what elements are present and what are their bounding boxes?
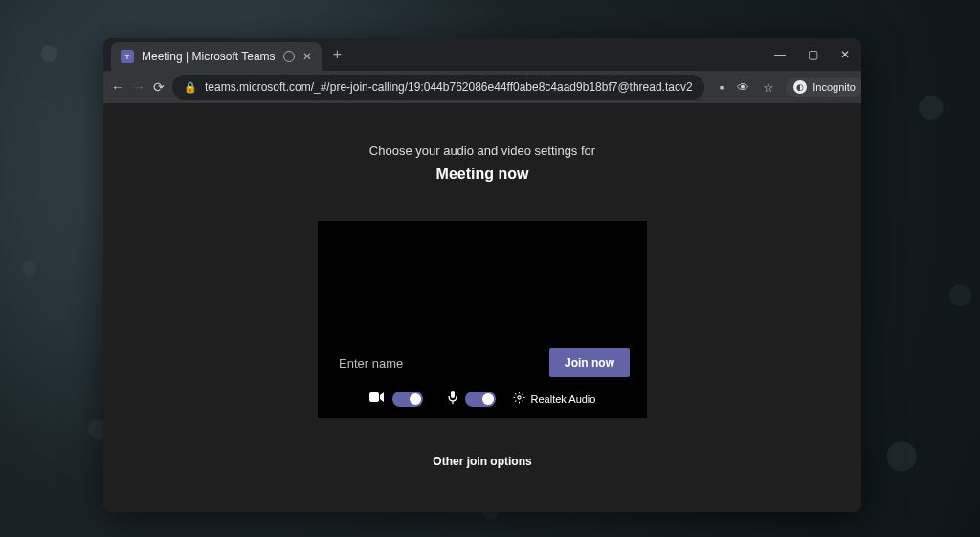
incognito-icon: ◐ [793,80,807,94]
reload-button[interactable]: ⟳ [153,79,165,95]
incognito-badge: ◐ Incognito [786,78,861,97]
tab-close-icon[interactable]: ✕ [302,50,312,63]
lock-icon: 🔒 [184,81,197,94]
other-join-options[interactable]: Other join options [433,455,531,468]
incognito-label: Incognito [813,81,856,93]
new-tab-button[interactable]: + [333,46,342,63]
join-now-button[interactable]: Join now [549,348,630,377]
audio-device-selector[interactable]: Realtek Audio [513,392,596,406]
address-bar: ← → ⟳ 🔒 teams.microsoft.com/_#/pre-join-… [103,71,861,103]
back-button[interactable]: ← [111,79,124,95]
tab-audio-icon[interactable] [283,51,295,62]
svg-point-2 [517,396,520,399]
teams-favicon-icon: T [121,50,134,63]
forward-button[interactable]: → [132,79,145,95]
svg-rect-1 [451,391,455,398]
audio-device-label: Realtek Audio [531,393,596,405]
eye-off-icon[interactable]: 👁 [737,80,749,95]
video-toggle[interactable] [392,392,423,407]
browser-window: T Meeting | Microsoft Teams ✕ + — ▢ ✕ ← … [103,38,861,512]
tab-title: Meeting | Microsoft Teams [142,50,276,63]
window-minimize-button[interactable]: — [771,48,789,61]
gear-icon [513,392,525,406]
page-content: Choose your audio and video settings for… [103,103,861,512]
camera-indicator-icon[interactable]: ▪ [720,80,724,95]
star-bookmark-icon[interactable]: ☆ [763,80,774,95]
video-preview-card: Join now Realtek Audio [318,221,647,418]
mic-toggle[interactable] [465,392,496,407]
video-icon [369,392,385,406]
svg-rect-0 [369,392,379,402]
microphone-icon [448,391,457,407]
tab-bar: T Meeting | Microsoft Teams ✕ + — ▢ ✕ [103,38,861,71]
name-input[interactable] [335,350,538,376]
page-subtitle: Choose your audio and video settings for [369,144,595,158]
window-close-button[interactable]: ✕ [836,48,854,61]
url-text: teams.microsoft.com/_#/pre-join-calling/… [205,80,693,94]
page-title: Meeting now [436,166,529,183]
window-maximize-button[interactable]: ▢ [804,48,821,61]
browser-tab[interactable]: T Meeting | Microsoft Teams ✕ [111,42,322,71]
url-bar[interactable]: 🔒 teams.microsoft.com/_#/pre-join-callin… [172,75,704,100]
